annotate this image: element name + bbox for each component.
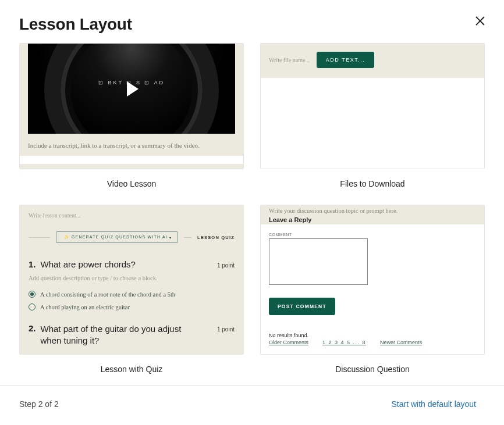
layout-options-grid: ⊡ BKT ⊡ S ⊡ AD Include a transcript, lin…	[0, 43, 504, 376]
q2-number: 2.	[29, 323, 36, 346]
card-label-video: Video Lesson	[19, 169, 244, 188]
lesson-quiz-preview: Write lesson content... ✨ GENERATE QUIZ …	[19, 205, 244, 355]
q2-points: 1 point	[217, 326, 235, 333]
layout-card-discussion[interactable]: Write your discussion question topic or …	[260, 205, 485, 374]
comment-textarea	[269, 238, 368, 285]
divider-line-mid	[184, 237, 191, 238]
newer-comments-link: Newer Comments	[380, 340, 422, 345]
file-name-placeholder: Write file name...	[269, 57, 310, 63]
video-bottom-strip	[20, 156, 243, 164]
discussion-preview: Write your discussion question topic or …	[260, 205, 485, 355]
generate-quiz-ai-button: ✨ GENERATE QUIZ QUESTIONS WITH AI ▾	[56, 231, 179, 243]
radio-icon	[29, 303, 36, 310]
card-label-discussion: Discussion Question	[260, 355, 485, 374]
generate-btn-label: ✨ GENERATE QUIZ QUESTIONS WITH AI	[64, 235, 168, 240]
card-label-quiz: Lesson with Quiz	[19, 355, 244, 374]
quiz-question-1-header: 1. What are power chords? 1 point	[29, 259, 235, 269]
files-upload-bar: Write file name... ADD TEXT...	[261, 44, 484, 78]
q1-text: What are power chords?	[41, 259, 136, 269]
q2-text: What part of the guitar do you adjust wh…	[41, 323, 198, 346]
q1-option-2-text: A chord playing on an electric guitar	[40, 304, 130, 310]
no-results-text: No results found.	[269, 333, 476, 338]
add-text-button: ADD TEXT...	[317, 52, 374, 68]
start-default-layout-link[interactable]: Start with default layout	[391, 399, 476, 409]
lesson-content-placeholder: Write lesson content...	[29, 212, 235, 219]
older-comments-link: Older Comments	[269, 340, 308, 345]
quiz-question-2-header: 2. What part of the guitar do you adjust…	[29, 323, 235, 346]
layout-card-video-lesson[interactable]: ⊡ BKT ⊡ S ⊡ AD Include a transcript, lin…	[19, 43, 244, 188]
q1-option-1-text: A chord consisting of a root note of the…	[40, 291, 175, 298]
video-transcript-placeholder: Include a transcript, link to a transcri…	[20, 134, 243, 153]
card-label-files: Files to Download	[260, 169, 485, 188]
divider-line-left	[29, 237, 50, 238]
comment-field-label: COMMENT	[269, 233, 476, 237]
close-icon[interactable]	[474, 15, 487, 27]
lesson-quiz-section-label: LESSON QUIZ	[197, 235, 235, 240]
page-title: Lesson Layout	[19, 15, 132, 34]
discussion-footer: No results found. Older Comments 1 2 3 4…	[269, 333, 476, 345]
page-numbers: 1 2 3 4 5 ... 8	[322, 340, 366, 345]
post-comment-button: POST COMMENT	[269, 298, 335, 315]
layout-card-files-download[interactable]: Write file name... ADD TEXT... Files to …	[260, 43, 485, 188]
leave-reply-heading: Leave a Reply	[269, 214, 476, 223]
video-thumbnail: ⊡ BKT ⊡ S ⊡ AD	[28, 44, 235, 134]
q1-option-2: A chord playing on an electric guitar	[29, 303, 235, 310]
modal-header: Lesson Layout	[0, 0, 504, 43]
q1-points: 1 point	[217, 262, 235, 269]
files-download-preview: Write file name... ADD TEXT...	[260, 43, 485, 169]
q1-description-placeholder: Add question description or type / to ch…	[29, 275, 235, 281]
layout-card-lesson-quiz[interactable]: Write lesson content... ✨ GENERATE QUIZ …	[19, 205, 244, 374]
q1-number: 1.	[29, 259, 36, 269]
step-indicator: Step 2 of 2	[19, 399, 59, 409]
discussion-prompt-placeholder: Write your discussion question topic or …	[269, 208, 476, 214]
files-empty-area	[261, 78, 484, 169]
pagination-row: Older Comments 1 2 3 4 5 ... 8 Newer Com…	[269, 340, 476, 345]
play-icon	[127, 81, 139, 97]
radio-icon-selected	[29, 291, 36, 298]
chevron-down-icon: ▾	[169, 235, 172, 240]
modal-footer: Step 2 of 2 Start with default layout	[0, 385, 504, 425]
q1-option-1: A chord consisting of a root note of the…	[29, 291, 235, 298]
video-lesson-preview: ⊡ BKT ⊡ S ⊡ AD Include a transcript, lin…	[19, 43, 244, 169]
quiz-divider-row: ✨ GENERATE QUIZ QUESTIONS WITH AI ▾ LESS…	[29, 231, 235, 243]
